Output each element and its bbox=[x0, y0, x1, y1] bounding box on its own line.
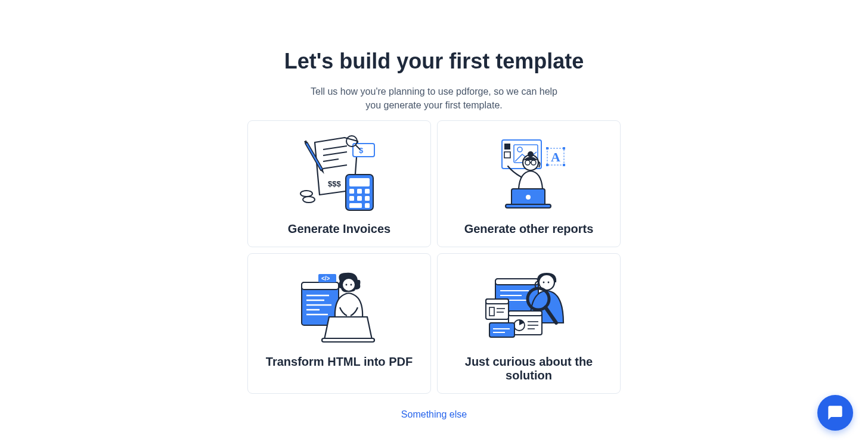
svg-point-36 bbox=[528, 151, 534, 157]
svg-rect-41 bbox=[506, 204, 551, 208]
chat-widget-button[interactable] bbox=[817, 395, 853, 431]
svg-rect-16 bbox=[349, 189, 354, 194]
page-subtitle: Tell us how you're planning to use pdfor… bbox=[309, 85, 559, 112]
svg-text:A: A bbox=[551, 150, 560, 164]
svg-point-13 bbox=[303, 197, 315, 203]
options-grid: $$$ $ bbox=[247, 120, 621, 394]
svg-point-54 bbox=[351, 284, 352, 286]
svg-rect-55 bbox=[322, 338, 374, 342]
option-card-other-reports[interactable]: A bbox=[437, 120, 621, 247]
svg-rect-18 bbox=[365, 189, 370, 194]
curious-illustration-icon bbox=[481, 266, 576, 349]
svg-rect-22 bbox=[349, 203, 362, 208]
svg-point-68 bbox=[548, 282, 550, 284]
svg-rect-20 bbox=[357, 196, 362, 201]
svg-rect-77 bbox=[489, 323, 514, 337]
option-label: Just curious about the solution bbox=[447, 355, 610, 382]
svg-rect-31 bbox=[546, 147, 548, 150]
svg-rect-27 bbox=[504, 144, 510, 150]
page-title: Let's build your first template bbox=[284, 49, 584, 74]
svg-rect-33 bbox=[546, 164, 548, 166]
svg-point-67 bbox=[543, 282, 545, 284]
svg-rect-23 bbox=[365, 203, 370, 208]
onboarding-container: Let's build your first template Tell us … bbox=[0, 0, 868, 420]
option-label: Transform HTML into PDF bbox=[266, 355, 413, 369]
svg-text:$$$: $$$ bbox=[328, 179, 341, 188]
svg-point-52 bbox=[342, 278, 355, 291]
svg-rect-62 bbox=[486, 299, 509, 304]
svg-rect-17 bbox=[357, 189, 362, 194]
svg-rect-72 bbox=[509, 311, 542, 316]
html-illustration-icon: </> bbox=[292, 266, 387, 349]
chat-icon bbox=[827, 404, 844, 421]
svg-point-12 bbox=[300, 191, 312, 197]
svg-rect-19 bbox=[349, 196, 354, 201]
svg-text:</>: </> bbox=[321, 275, 330, 282]
option-card-curious[interactable]: Just curious about the solution bbox=[437, 253, 621, 394]
svg-rect-34 bbox=[563, 164, 565, 166]
option-card-html-to-pdf[interactable]: </> bbox=[247, 253, 431, 394]
invoice-illustration-icon: $$$ $ bbox=[292, 133, 387, 216]
svg-rect-15 bbox=[349, 178, 370, 186]
svg-rect-44 bbox=[302, 282, 339, 290]
svg-rect-57 bbox=[495, 279, 538, 285]
option-label: Generate other reports bbox=[464, 222, 594, 236]
svg-text:$: $ bbox=[359, 146, 364, 155]
svg-point-53 bbox=[346, 284, 348, 286]
svg-rect-32 bbox=[563, 147, 565, 150]
svg-point-42 bbox=[526, 195, 531, 200]
something-else-link[interactable]: Something else bbox=[401, 409, 467, 420]
svg-rect-21 bbox=[365, 196, 370, 201]
option-label: Generate Invoices bbox=[288, 222, 390, 236]
option-card-invoices[interactable]: $$$ $ bbox=[247, 120, 431, 247]
reports-illustration-icon: A bbox=[481, 133, 576, 216]
